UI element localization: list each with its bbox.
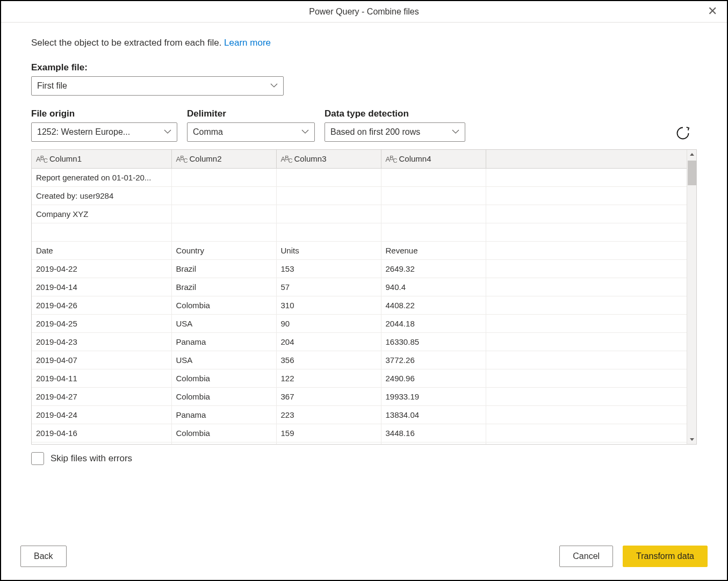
table-cell[interactable]: 2044.18 <box>381 314 486 332</box>
table-cell[interactable]: 2649.32 <box>381 259 486 278</box>
table-cell[interactable]: Colombia <box>171 387 276 405</box>
back-button[interactable]: Back <box>20 546 67 567</box>
table-row[interactable]: 2019-04-24Panama22313834.04 <box>32 405 687 424</box>
table-cell[interactable]: Revenue <box>381 241 486 259</box>
table-cell[interactable]: Brazil <box>171 259 276 278</box>
table-cell[interactable]: 159 <box>276 424 381 442</box>
table-cell[interactable] <box>171 168 276 186</box>
table-cell[interactable] <box>171 186 276 205</box>
table-cell[interactable]: USA <box>171 351 276 369</box>
skip-errors-checkbox[interactable] <box>31 452 44 465</box>
table-cell[interactable]: Country <box>171 241 276 259</box>
table-cell[interactable]: 90 <box>276 314 381 332</box>
column-header[interactable]: ABCColumn2 <box>171 150 276 168</box>
table-row[interactable]: 2019-04-11Colombia1222490.96 <box>32 369 687 387</box>
table-cell[interactable]: 2019-04-25 <box>32 314 171 332</box>
file-origin-dropdown[interactable]: 1252: Western Europe... <box>31 122 177 142</box>
table-row[interactable]: Created by: user9284 <box>32 186 687 205</box>
table-cell[interactable]: 2019-04-07 <box>32 351 171 369</box>
table-row[interactable]: 2019-04-22Brazil1532649.32 <box>32 259 687 278</box>
table-cell[interactable]: 2019-04-22 <box>32 259 171 278</box>
table-cell[interactable]: 367 <box>276 387 381 405</box>
table-cell[interactable] <box>276 223 381 241</box>
table-cell[interactable]: 2019-04-26 <box>32 296 171 314</box>
table-row[interactable]: 2019-04-26Colombia3104408.22 <box>32 296 687 314</box>
scrollbar-thumb[interactable] <box>688 161 696 185</box>
table-cell[interactable]: 13834.04 <box>381 405 486 424</box>
table-cell[interactable]: 4408.22 <box>381 296 486 314</box>
table-cell[interactable] <box>381 223 486 241</box>
column-header[interactable]: ABCColumn1 <box>32 150 171 168</box>
table-cell[interactable] <box>381 168 486 186</box>
table-cell[interactable] <box>276 186 381 205</box>
table-cell[interactable] <box>32 223 171 241</box>
table-cell[interactable]: Colombia <box>171 296 276 314</box>
table-cell[interactable]: 2019-04-14 <box>32 278 171 296</box>
cancel-button[interactable]: Cancel <box>559 546 613 567</box>
table-row[interactable]: 2019-04-08Canada25814601.34 <box>32 442 687 444</box>
table-cell[interactable]: Date <box>32 241 171 259</box>
table-cell[interactable]: Company XYZ <box>32 205 171 223</box>
table-cell[interactable]: 258 <box>276 442 381 444</box>
table-cell[interactable]: Canada <box>171 442 276 444</box>
transform-data-button[interactable]: Transform data <box>623 546 708 567</box>
table-cell[interactable]: 2019-04-08 <box>32 442 171 444</box>
table-cell[interactable]: 3772.26 <box>381 351 486 369</box>
table-cell[interactable]: 16330.85 <box>381 332 486 351</box>
table-row[interactable]: DateCountryUnitsRevenue <box>32 241 687 259</box>
example-file-dropdown[interactable]: First file <box>31 76 284 96</box>
table-cell[interactable] <box>276 205 381 223</box>
table-cell[interactable]: 122 <box>276 369 381 387</box>
table-row[interactable] <box>32 223 687 241</box>
table-row[interactable]: 2019-04-16Colombia1593448.16 <box>32 424 687 442</box>
table-cell[interactable]: 2490.96 <box>381 369 486 387</box>
table-cell[interactable]: Panama <box>171 332 276 351</box>
table-cell[interactable]: 19933.19 <box>381 387 486 405</box>
refresh-icon[interactable] <box>675 126 690 141</box>
table-row[interactable]: 2019-04-23Panama20416330.85 <box>32 332 687 351</box>
column-header-label: Column1 <box>49 154 82 163</box>
table-cell[interactable]: 153 <box>276 259 381 278</box>
table-cell[interactable]: 2019-04-24 <box>32 405 171 424</box>
detection-dropdown[interactable]: Based on first 200 rows <box>325 122 465 142</box>
table-cell[interactable]: 356 <box>276 351 381 369</box>
table-cell[interactable]: Colombia <box>171 369 276 387</box>
table-cell[interactable] <box>276 168 381 186</box>
table-cell[interactable] <box>171 205 276 223</box>
table-row[interactable]: Company XYZ <box>32 205 687 223</box>
table-cell[interactable]: 940.4 <box>381 278 486 296</box>
table-row[interactable]: Report generated on 01-01-20... <box>32 168 687 186</box>
table-cell[interactable]: USA <box>171 314 276 332</box>
table-cell[interactable] <box>171 223 276 241</box>
column-header[interactable]: ABCColumn3 <box>276 150 381 168</box>
table-cell[interactable]: 223 <box>276 405 381 424</box>
table-cell[interactable]: Report generated on 01-01-20... <box>32 168 171 186</box>
table-cell[interactable] <box>381 205 486 223</box>
column-header[interactable]: ABCColumn4 <box>381 150 486 168</box>
table-cell[interactable]: 3448.16 <box>381 424 486 442</box>
table-cell[interactable]: Colombia <box>171 424 276 442</box>
vertical-scrollbar[interactable] <box>687 150 696 444</box>
table-cell[interactable]: 2019-04-16 <box>32 424 171 442</box>
table-cell[interactable]: Panama <box>171 405 276 424</box>
table-cell[interactable]: 2019-04-11 <box>32 369 171 387</box>
table-row[interactable]: 2019-04-07USA3563772.26 <box>32 351 687 369</box>
close-icon[interactable]: ✕ <box>704 4 720 18</box>
table-cell[interactable]: Units <box>276 241 381 259</box>
delimiter-dropdown[interactable]: Comma <box>187 122 315 142</box>
learn-more-link[interactable]: Learn more <box>224 38 271 48</box>
table-cell[interactable]: 14601.34 <box>381 442 486 444</box>
scroll-down-icon[interactable] <box>687 434 696 444</box>
scroll-up-icon[interactable] <box>687 150 696 159</box>
table-row[interactable]: 2019-04-27Colombia36719933.19 <box>32 387 687 405</box>
table-cell[interactable]: Brazil <box>171 278 276 296</box>
table-cell[interactable]: 310 <box>276 296 381 314</box>
table-cell[interactable]: Created by: user9284 <box>32 186 171 205</box>
table-row[interactable]: 2019-04-25USA902044.18 <box>32 314 687 332</box>
table-cell[interactable] <box>381 186 486 205</box>
table-cell[interactable]: 2019-04-27 <box>32 387 171 405</box>
table-cell[interactable]: 204 <box>276 332 381 351</box>
table-cell[interactable]: 57 <box>276 278 381 296</box>
table-row[interactable]: 2019-04-14Brazil57940.4 <box>32 278 687 296</box>
table-cell[interactable]: 2019-04-23 <box>32 332 171 351</box>
